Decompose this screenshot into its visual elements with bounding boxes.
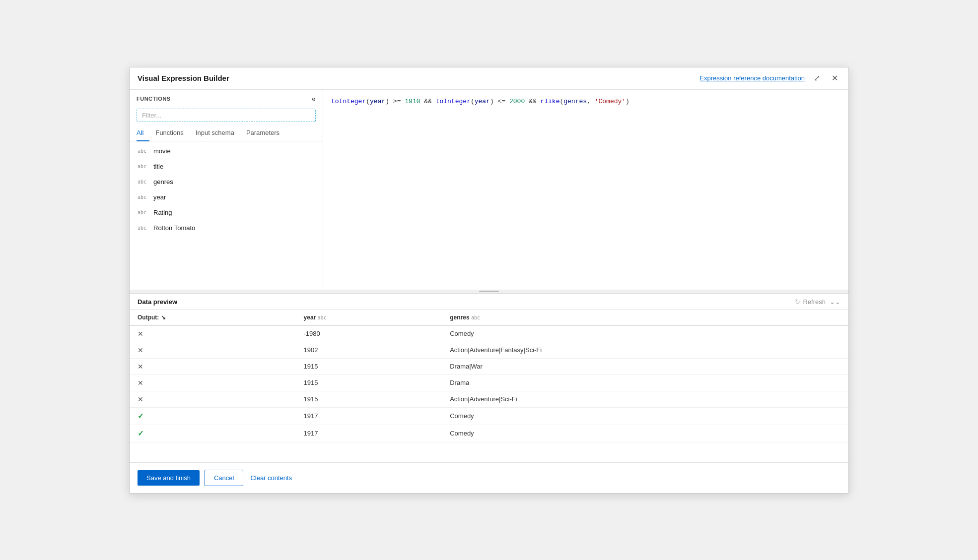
cell-output: ✕ [130,342,296,358]
modal-title: Visual Expression Builder [138,74,229,82]
divider-bar [479,291,499,292]
col-genres: genres abc [442,310,848,325]
type-badge: abc [138,210,149,215]
cell-genres: Comedy [442,325,848,342]
col-year: year abc [296,310,442,325]
refresh-icon: ↻ [795,298,800,306]
cell-year: 1915 [296,374,442,391]
tab-all[interactable]: All [137,126,149,141]
table-header: Output: ↘ year abc genres abc [130,310,848,325]
table-row: ✓ 1917 Comedy [130,425,848,442]
check-icon: ✓ [138,429,144,437]
tabs: All Functions Input schema Parameters [130,126,323,141]
filter-input[interactable] [137,109,316,122]
schema-item-label: title [153,163,163,170]
cell-year: 1915 [296,391,442,407]
functions-label: FUNCTIONS [137,96,171,102]
doc-link[interactable]: Expression reference documentation [699,74,805,82]
cell-genres: Drama [442,374,848,391]
resize-divider[interactable] [130,290,848,294]
schema-item-genres[interactable]: abcgenres [130,174,323,189]
cell-genres: Action|Adventure|Fantasy|Sci-Fi [442,342,848,358]
cell-year: 1917 [296,407,442,425]
data-preview-header: Data preview ↻ Refresh ⌄⌄ [130,294,848,310]
schema-item-label: year [153,193,166,201]
x-icon: ✕ [138,346,143,354]
schema-item-rating[interactable]: abcRating [130,205,323,220]
filter-input-wrap [130,106,323,126]
table-row: ✓ 1917 Comedy [130,407,848,425]
right-panel: toInteger(year) >= 1910 && toInteger(yea… [323,90,848,290]
cell-genres: Comedy [442,407,848,425]
cell-year: -1980 [296,325,442,342]
x-icon: ✕ [138,395,143,403]
expression-editor[interactable]: toInteger(year) >= 1910 && toInteger(yea… [323,90,848,290]
x-icon: ✕ [138,379,143,387]
cell-output: ✓ [130,425,296,442]
table-row: ✕ 1915 Action|Adventure|Sci-Fi [130,391,848,407]
cell-genres: Comedy [442,425,848,442]
cancel-button[interactable]: Cancel [205,470,243,486]
type-badge: abc [138,225,149,231]
table-row: ✕ 1915 Drama [130,374,848,391]
type-badge: abc [138,194,149,200]
cell-genres: Drama|War [442,358,848,374]
col-output: Output: ↘ [130,310,296,325]
cell-output: ✓ [130,407,296,425]
cell-year: 1902 [296,342,442,358]
data-preview-title: Data preview [138,298,177,306]
clear-contents-link[interactable]: Clear contents [248,470,294,486]
check-icon: ✓ [138,412,144,420]
tab-parameters[interactable]: Parameters [240,126,285,141]
header-right: Expression reference documentation ⤢ ✕ [699,72,840,84]
preview-header-right: ↻ Refresh ⌄⌄ [795,298,840,306]
schema-item-label: genres [153,178,173,186]
preview-table: Output: ↘ year abc genres abc ✕ -1980 Co… [130,310,848,462]
schema-item-label: Rating [153,209,172,216]
data-preview: Data preview ↻ Refresh ⌄⌄ Output: ↘ [130,294,848,462]
functions-header: FUNCTIONS « [130,90,323,106]
data-table: Output: ↘ year abc genres abc ✕ -1980 Co… [130,310,848,442]
table-row: ✕ -1980 Comedy [130,325,848,342]
x-icon: ✕ [138,363,143,371]
modal-header: Visual Expression Builder Expression ref… [130,67,848,90]
refresh-label: Refresh [803,298,826,306]
schema-item-title[interactable]: abctitle [130,159,323,174]
modal-body: FUNCTIONS « All Functions Input schema P… [130,90,848,290]
schema-item-label: Rotton Tomato [153,224,195,232]
x-icon: ✕ [138,330,143,338]
cell-year: 1917 [296,425,442,442]
schema-list: abcmovieabctitleabcgenresabcyearabcRatin… [130,141,323,290]
refresh-button[interactable]: ↻ Refresh [795,298,826,306]
cell-output: ✕ [130,391,296,407]
schema-item-label: movie [153,147,171,155]
table-body: ✕ -1980 Comedy ✕ 1902 Action|Adventure|F… [130,325,848,442]
modal-footer: Save and finish Cancel Clear contents [130,462,848,493]
cell-output: ✕ [130,325,296,342]
visual-expression-builder-modal: Visual Expression Builder Expression ref… [129,67,849,494]
tab-input-schema[interactable]: Input schema [190,126,240,141]
expand-icon[interactable]: ⤢ [811,72,823,84]
schema-item-movie[interactable]: abcmovie [130,143,323,159]
schema-item-rotton-tomato[interactable]: abcRotton Tomato [130,220,323,236]
close-icon[interactable]: ✕ [829,72,840,84]
type-badge: abc [138,179,149,185]
collapse-preview-icon[interactable]: ⌄⌄ [830,298,840,306]
cell-output: ✕ [130,358,296,374]
toInteger-2: toInteger [436,98,471,105]
toInteger-1: toInteger [331,98,366,105]
cell-output: ✕ [130,374,296,391]
schema-item-year[interactable]: abcyear [130,189,323,205]
tab-functions[interactable]: Functions [149,126,189,141]
cell-year: 1915 [296,358,442,374]
left-panel: FUNCTIONS « All Functions Input schema P… [130,90,323,290]
table-row: ✕ 1902 Action|Adventure|Fantasy|Sci-Fi [130,342,848,358]
save-finish-button[interactable]: Save and finish [138,470,200,486]
rlike-func: rlike [540,98,559,105]
table-row: ✕ 1915 Drama|War [130,358,848,374]
cell-genres: Action|Adventure|Sci-Fi [442,391,848,407]
collapse-icon[interactable]: « [312,95,316,103]
type-badge: abc [138,148,149,154]
type-badge: abc [138,164,149,169]
